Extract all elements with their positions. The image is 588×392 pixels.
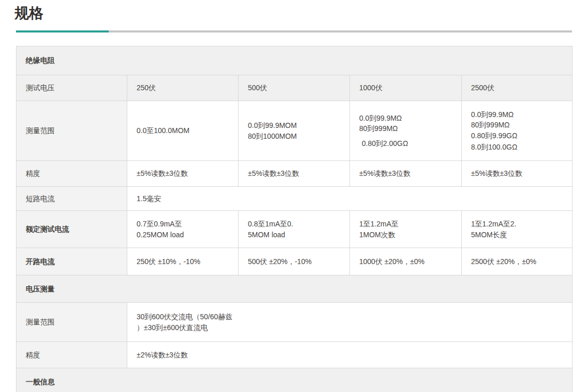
table-row-test-voltage: 测试电压 250伏 500伏 1000伏 2500伏 <box>16 75 573 101</box>
cell-rated-current-3: 1至1.2mA至 1MOM次数 <box>350 211 462 248</box>
value-line: 30到600伏交流电（50/60赫兹 <box>137 312 566 322</box>
table-row-accuracy-v: 精度 ±2%读数±3位数 <box>16 342 573 368</box>
cell-open-circuit-4: 2500伏 ±20%，±0% <box>462 248 573 275</box>
cell-open-circuit-3: 1000伏 ±20%，±0% <box>350 248 462 275</box>
cell-test-voltage-4: 2500伏 <box>462 75 573 101</box>
cell-accuracy-ir-4: ±5%读数±3位数 <box>462 161 573 187</box>
cell-range-ir-1: 0.0至100.0MOM <box>127 101 239 161</box>
value-line: 0.25MOM load <box>137 230 232 240</box>
value-line: 0.0到99.9MOM <box>248 120 343 130</box>
cell-open-circuit-1: 250伏 ±10%，-10% <box>127 248 239 275</box>
value-line: 0.0至100.0MOM <box>137 125 232 136</box>
table-row-open-circuit-current: 开路电流 250伏 ±10%，-10% 500伏 ±20%，-10% 1000伏… <box>16 248 573 275</box>
cell-accuracy-ir-2: ±5%读数±3位数 <box>239 161 350 187</box>
value-line: ）±30到±600伏直流电 <box>137 322 566 333</box>
value-line: 1至1.2mA至2. <box>471 219 566 229</box>
title-underline-track <box>16 30 572 32</box>
section-header-general-info: 一般信息 <box>16 368 573 392</box>
value-line: 0.80到2.00GΩ <box>359 138 455 149</box>
cell-test-voltage-3: 1000伏 <box>350 75 462 101</box>
cell-rated-current-1: 0.7至0.9mA至 0.25MOM load <box>127 211 239 248</box>
cell-rated-current-2: 0.8至1mA至0. 5MOM load <box>239 211 350 248</box>
value-line: 1MOM次数 <box>359 230 455 240</box>
value-line: 0.0到99.9MΩ <box>471 109 566 120</box>
table-row-measurement-range-ir: 测量范围 0.0至100.0MOM 0.0到99.9MOM 80到1000MOM… <box>16 101 573 161</box>
row-label-test-voltage: 测试电压 <box>16 75 127 101</box>
table-row-insulation-section: 绝缘电阻 <box>16 46 573 75</box>
value-line: 0.80到9.99GΩ <box>471 130 566 141</box>
cell-test-voltage-2: 500伏 <box>239 75 350 101</box>
value-line: 0.7至0.9mA至 <box>137 219 232 229</box>
row-label-measurement-range-ir: 测量范围 <box>16 101 127 161</box>
cell-accuracy-v: ±2%读数±3位数 <box>127 342 573 368</box>
cell-short-circuit-current: 1.5毫安 <box>127 187 573 211</box>
page-title: 规格 <box>14 4 588 23</box>
table-row-short-circuit-current: 短路电流 1.5毫安 <box>16 187 573 211</box>
section-header-voltage-measurement: 电压测量 <box>16 275 573 303</box>
cell-range-ir-4: 0.0到99.9MΩ 80到999MΩ 0.80到9.99GΩ 8.0到100.… <box>462 101 573 161</box>
cell-measurement-range-v: 30到600伏交流电（50/60赫兹 ）±30到±600伏直流电 <box>127 303 573 342</box>
value-line: 80到999MΩ <box>359 123 455 134</box>
cell-rated-current-4: 1至1.2mA至2. 5MOM长度 <box>462 211 573 248</box>
value-line: 5MOM长度 <box>471 230 566 240</box>
cell-range-ir-2: 0.0到99.9MOM 80到1000MOM <box>239 101 350 161</box>
value-line: 80到1000MOM <box>248 131 343 141</box>
table-row-measurement-range-v: 测量范围 30到600伏交流电（50/60赫兹 ）±30到±600伏直流电 <box>16 303 573 342</box>
value-line: 5MOM load <box>248 230 343 240</box>
value-line: 80到999MΩ <box>471 120 566 130</box>
row-label-accuracy-v: 精度 <box>16 342 127 368</box>
row-label-accuracy-ir: 精度 <box>16 161 127 187</box>
cell-test-voltage-1: 250伏 <box>127 75 239 101</box>
cell-accuracy-ir-1: ±5%读数±3位数 <box>127 161 239 187</box>
value-line: 0.8至1mA至0. <box>248 219 343 229</box>
table-row-voltage-section: 电压测量 <box>16 275 573 303</box>
table-row-rated-test-current: 额定测试电流 0.7至0.9mA至 0.25MOM load 0.8至1mA至0… <box>16 211 573 248</box>
row-label-rated-test-current: 额定测试电流 <box>16 211 127 248</box>
section-header-insulation-resistance: 绝缘电阻 <box>16 46 573 75</box>
row-label-measurement-range-v: 测量范围 <box>16 303 127 342</box>
table-row-general-section: 一般信息 <box>16 368 573 392</box>
row-label-open-circuit-current: 开路电流 <box>16 248 127 275</box>
table-row-accuracy-ir: 精度 ±5%读数±3位数 ±5%读数±3位数 ±5%读数±3位数 ±5%读数±3… <box>16 161 573 187</box>
spec-page: 规格 绝缘电阻 测试电压 250伏 500伏 1000伏 2500伏 测量范围 … <box>0 0 588 392</box>
value-line: 0.0到99.9MΩ <box>359 113 455 123</box>
title-underline-accent <box>16 30 109 32</box>
cell-accuracy-ir-3: ±5%读数±3位数 <box>350 161 462 187</box>
row-label-short-circuit-current: 短路电流 <box>16 187 127 211</box>
cell-open-circuit-2: 500伏 ±20%，-10% <box>239 248 350 275</box>
value-line: 1至1.2mA至 <box>359 219 455 229</box>
value-line: 8.0到100.0GΩ <box>471 142 566 152</box>
cell-range-ir-3: 0.0到99.9MΩ 80到999MΩ 0.80到2.00GΩ <box>350 101 462 161</box>
specs-table: 绝缘电阻 测试电压 250伏 500伏 1000伏 2500伏 测量范围 0.0… <box>16 46 573 392</box>
